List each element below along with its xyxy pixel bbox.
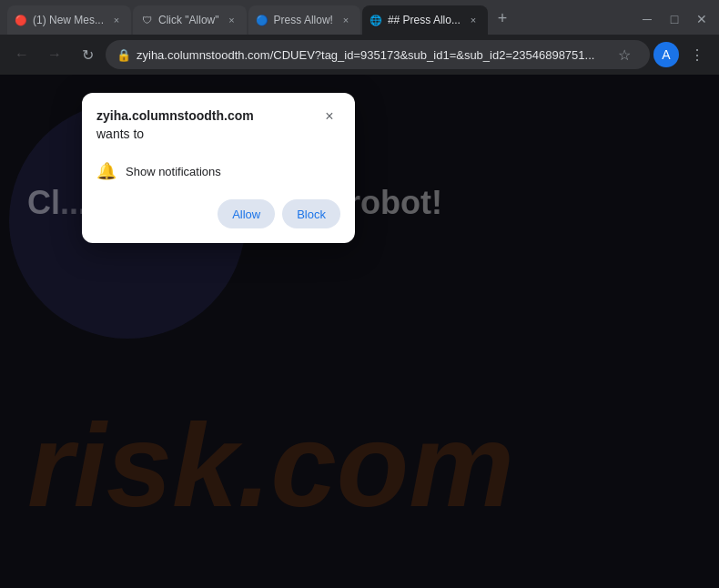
- menu-button[interactable]: ⋮: [683, 40, 712, 69]
- tab-3[interactable]: 🔵 Press Allow! ×: [248, 5, 360, 35]
- tab-4-close[interactable]: ×: [466, 13, 481, 27]
- tab-1-title: (1) New Mes...: [33, 14, 104, 26]
- tab-1-favicon: 🔴: [15, 14, 27, 26]
- bell-icon: 🔔: [96, 161, 116, 181]
- viewport: Cl... at you are not a robot! risk.com z…: [0, 75, 719, 588]
- tab-4[interactable]: 🌐 ## Press Allo... ×: [362, 5, 488, 35]
- tab-3-close[interactable]: ×: [339, 13, 353, 27]
- dialog-header: zyiha.columnstoodth.com wants to ×: [96, 107, 340, 143]
- dialog-site: zyiha.columnstoodth.com: [96, 108, 254, 123]
- tab-2[interactable]: 🛡 Click "Allow" ×: [133, 5, 247, 35]
- browser-frame: 🔴 (1) New Mes... × 🛡 Click "Allow" × 🔵 P…: [0, 0, 719, 588]
- lock-icon: 🔒: [116, 48, 131, 62]
- tab-2-title: Click "Allow": [158, 14, 219, 26]
- back-button[interactable]: ←: [7, 40, 36, 69]
- bookmark-button[interactable]: ☆: [610, 40, 639, 69]
- dialog-title: zyiha.columnstoodth.com wants to: [96, 107, 254, 143]
- tab-2-favicon: 🛡: [140, 14, 153, 26]
- profile-button[interactable]: A: [653, 42, 679, 67]
- dialog-actions: Allow Block: [96, 199, 340, 228]
- new-tab-button[interactable]: +: [490, 5, 515, 31]
- dialog-wants-label: wants to: [96, 127, 144, 141]
- tab-4-title: ## Press Allo...: [388, 14, 461, 26]
- dialog-close-button[interactable]: ×: [319, 106, 340, 127]
- dialog-overlay: zyiha.columnstoodth.com wants to × 🔔 Sho…: [0, 75, 719, 588]
- block-button[interactable]: Block: [282, 199, 340, 228]
- allow-button[interactable]: Allow: [218, 199, 275, 228]
- tab-3-title: Press Allow!: [274, 14, 333, 26]
- maximize-button[interactable]: □: [664, 9, 684, 29]
- tab-4-favicon: 🌐: [370, 14, 382, 26]
- tab-1[interactable]: 🔴 (1) New Mes... ×: [7, 5, 131, 35]
- permission-label: Show notifications: [126, 165, 221, 178]
- tab-2-close[interactable]: ×: [225, 13, 239, 27]
- tab-3-favicon: 🔵: [256, 14, 268, 26]
- window-controls: ─ □ ✕: [637, 9, 712, 35]
- toolbar: ← → ↻ 🔒 zyiha.columnstoodth.com/CDUEV?ta…: [0, 35, 719, 75]
- reload-button[interactable]: ↻: [73, 40, 102, 69]
- minimize-button[interactable]: ─: [637, 9, 657, 29]
- forward-button[interactable]: →: [40, 40, 69, 69]
- window-close-button[interactable]: ✕: [692, 9, 712, 29]
- tab-1-close[interactable]: ×: [109, 13, 124, 27]
- address-text: zyiha.columnstoodth.com/CDUEV?tag_id=935…: [137, 48, 604, 62]
- address-bar[interactable]: 🔒 zyiha.columnstoodth.com/CDUEV?tag_id=9…: [106, 40, 650, 69]
- tab-bar: 🔴 (1) New Mes... × 🛡 Click "Allow" × 🔵 P…: [0, 0, 719, 35]
- notification-permission-dialog: zyiha.columnstoodth.com wants to × 🔔 Sho…: [82, 93, 355, 243]
- dialog-permission-row: 🔔 Show notifications: [96, 154, 340, 188]
